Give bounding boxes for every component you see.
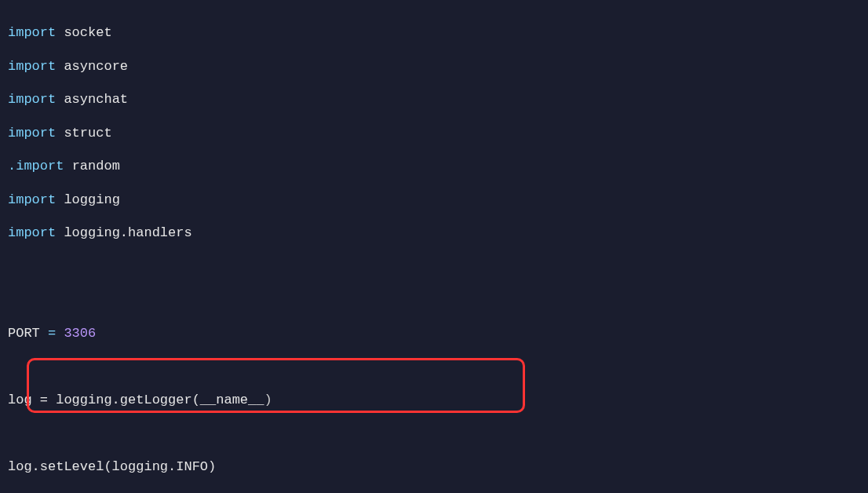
port-assignment: PORT = 3306: [8, 325, 860, 341]
import-line: import struct: [8, 125, 860, 141]
module-name: struct: [64, 126, 111, 141]
import-keyword: import: [8, 59, 56, 74]
code-editor[interactable]: import socket import asyncore import asy…: [0, 0, 868, 493]
log-getlogger: log = logging.getLogger(__name__): [8, 392, 860, 408]
module-name: random: [72, 159, 120, 173]
import-keyword: import: [8, 92, 56, 107]
blank-line: [8, 358, 860, 374]
import-keyword: import: [8, 192, 56, 207]
import-keyword: import: [8, 25, 56, 40]
import-line: import asyncore: [8, 58, 860, 75]
import-line: import socket: [8, 24, 860, 41]
module-name: logging: [64, 192, 119, 207]
module-name: logging.handlers: [64, 225, 191, 240]
log-setlevel: log.setLevel(logging.INFO): [8, 458, 860, 475]
blank-line: [8, 258, 860, 275]
import-keyword: import: [8, 126, 56, 141]
module-name: socket: [64, 25, 111, 40]
blank-line: [8, 291, 860, 308]
port-var: PORT: [8, 326, 40, 341]
blank-line: [8, 425, 860, 441]
import-line: .import random: [8, 158, 860, 174]
module-name: asynchat: [64, 92, 128, 107]
import-line: import logging: [8, 192, 860, 208]
import-keyword: .import: [8, 159, 64, 173]
import-line: import logging.handlers: [8, 225, 860, 241]
module-name: asyncore: [64, 59, 128, 74]
import-line: import asynchat: [8, 91, 860, 108]
port-value: 3306: [64, 326, 96, 341]
import-keyword: import: [8, 225, 56, 240]
